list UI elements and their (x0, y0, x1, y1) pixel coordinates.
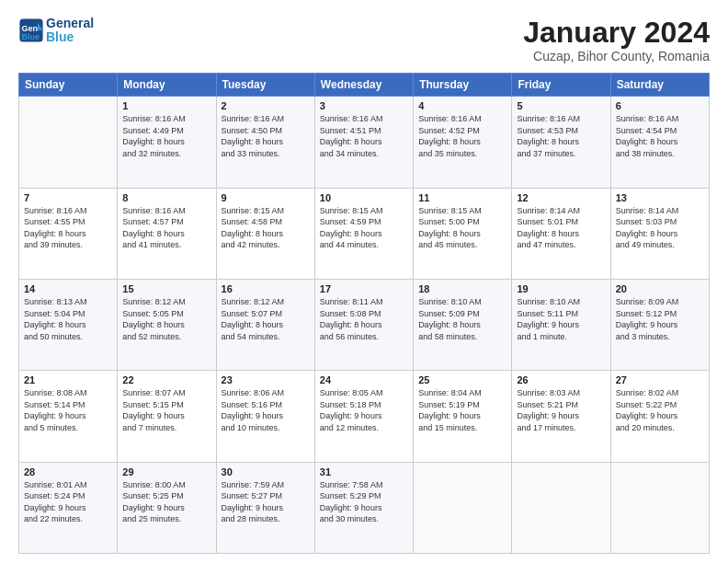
logo-text: General Blue (46, 17, 94, 45)
calendar-cell: 15Sunrise: 8:12 AM Sunset: 5:05 PM Dayli… (118, 279, 216, 370)
day-info: Sunrise: 8:14 AM Sunset: 5:03 PM Dayligh… (616, 205, 704, 251)
day-info: Sunrise: 8:16 AM Sunset: 4:54 PM Dayligh… (616, 113, 704, 159)
day-info: Sunrise: 8:08 AM Sunset: 5:14 PM Dayligh… (24, 387, 112, 433)
calendar-cell: 23Sunrise: 8:06 AM Sunset: 5:16 PM Dayli… (216, 371, 314, 462)
calendar-cell (512, 462, 610, 553)
calendar-cell: 27Sunrise: 8:02 AM Sunset: 5:22 PM Dayli… (610, 371, 709, 462)
calendar-cell: 20Sunrise: 8:09 AM Sunset: 5:12 PM Dayli… (610, 279, 709, 370)
day-number: 23 (222, 374, 310, 385)
calendar-cell: 30Sunrise: 7:59 AM Sunset: 5:27 PM Dayli… (216, 462, 314, 553)
day-info: Sunrise: 8:05 AM Sunset: 5:18 PM Dayligh… (320, 387, 408, 433)
day-number: 8 (122, 192, 210, 203)
day-number: 24 (320, 374, 408, 385)
day-number: 11 (418, 192, 506, 203)
day-info: Sunrise: 8:02 AM Sunset: 5:22 PM Dayligh… (616, 387, 704, 433)
calendar-cell: 3Sunrise: 8:16 AM Sunset: 4:51 PM Daylig… (314, 97, 413, 188)
calendar-cell: 6Sunrise: 8:16 AM Sunset: 4:54 PM Daylig… (610, 97, 709, 188)
day-info: Sunrise: 8:15 AM Sunset: 4:59 PM Dayligh… (320, 205, 408, 251)
day-number: 30 (222, 466, 310, 477)
title-block: January 2024 Cuzap, Bihor County, Romani… (523, 17, 710, 63)
day-number: 21 (24, 374, 112, 385)
calendar-cell: 9Sunrise: 8:15 AM Sunset: 4:58 PM Daylig… (216, 188, 314, 279)
calendar-cell: 25Sunrise: 8:04 AM Sunset: 5:19 PM Dayli… (414, 371, 512, 462)
calendar-cell (610, 462, 709, 553)
calendar-cell: 7Sunrise: 8:16 AM Sunset: 4:55 PM Daylig… (19, 188, 118, 279)
calendar-cell: 4Sunrise: 8:16 AM Sunset: 4:52 PM Daylig… (414, 97, 512, 188)
calendar-cell: 10Sunrise: 8:15 AM Sunset: 4:59 PM Dayli… (314, 188, 413, 279)
day-number: 1 (122, 100, 210, 111)
day-info: Sunrise: 8:16 AM Sunset: 4:52 PM Dayligh… (418, 113, 506, 159)
day-info: Sunrise: 8:00 AM Sunset: 5:25 PM Dayligh… (122, 479, 210, 525)
calendar-cell: 12Sunrise: 8:14 AM Sunset: 5:01 PM Dayli… (512, 188, 610, 279)
day-info: Sunrise: 8:07 AM Sunset: 5:15 PM Dayligh… (122, 387, 210, 433)
calendar-cell: 28Sunrise: 8:01 AM Sunset: 5:24 PM Dayli… (19, 462, 118, 553)
day-info: Sunrise: 8:04 AM Sunset: 5:19 PM Dayligh… (418, 387, 506, 433)
logo: Gen Blue General Blue (18, 17, 94, 45)
day-info: Sunrise: 8:10 AM Sunset: 5:11 PM Dayligh… (517, 296, 605, 342)
calendar-header-saturday: Saturday (610, 74, 709, 97)
day-info: Sunrise: 7:59 AM Sunset: 5:27 PM Dayligh… (222, 479, 310, 525)
page: Gen Blue General Blue January 2024 Cuzap… (0, 0, 728, 563)
calendar-header-sunday: Sunday (19, 74, 118, 97)
calendar-cell: 14Sunrise: 8:13 AM Sunset: 5:04 PM Dayli… (19, 279, 118, 370)
calendar-header-tuesday: Tuesday (216, 74, 314, 97)
day-info: Sunrise: 8:13 AM Sunset: 5:04 PM Dayligh… (24, 296, 112, 342)
day-info: Sunrise: 8:09 AM Sunset: 5:12 PM Dayligh… (616, 296, 704, 342)
calendar-cell: 1Sunrise: 8:16 AM Sunset: 4:49 PM Daylig… (118, 97, 216, 188)
calendar-cell: 29Sunrise: 8:00 AM Sunset: 5:25 PM Dayli… (118, 462, 216, 553)
day-number: 2 (222, 100, 310, 111)
day-info: Sunrise: 7:58 AM Sunset: 5:29 PM Dayligh… (320, 479, 408, 525)
calendar-cell: 21Sunrise: 8:08 AM Sunset: 5:14 PM Dayli… (19, 371, 118, 462)
day-info: Sunrise: 8:10 AM Sunset: 5:09 PM Dayligh… (418, 296, 506, 342)
day-number: 29 (122, 466, 210, 477)
day-number: 13 (616, 192, 704, 203)
day-info: Sunrise: 8:16 AM Sunset: 4:50 PM Dayligh… (222, 113, 310, 159)
main-title: January 2024 (523, 17, 710, 49)
day-number: 5 (517, 100, 605, 111)
day-info: Sunrise: 8:16 AM Sunset: 4:49 PM Dayligh… (122, 113, 210, 159)
calendar-cell: 31Sunrise: 7:58 AM Sunset: 5:29 PM Dayli… (314, 462, 413, 553)
calendar-week-4: 21Sunrise: 8:08 AM Sunset: 5:14 PM Dayli… (19, 371, 710, 462)
day-info: Sunrise: 8:06 AM Sunset: 5:16 PM Dayligh… (222, 387, 310, 433)
calendar-header-row: SundayMondayTuesdayWednesdayThursdayFrid… (19, 74, 710, 97)
calendar-cell: 16Sunrise: 8:12 AM Sunset: 5:07 PM Dayli… (216, 279, 314, 370)
day-number: 7 (24, 192, 112, 203)
logo-line1: General (46, 17, 94, 30)
day-number: 17 (320, 283, 408, 294)
day-info: Sunrise: 8:16 AM Sunset: 4:51 PM Dayligh… (320, 113, 408, 159)
day-number: 15 (122, 283, 210, 294)
calendar-cell: 22Sunrise: 8:07 AM Sunset: 5:15 PM Dayli… (118, 371, 216, 462)
day-info: Sunrise: 8:12 AM Sunset: 5:07 PM Dayligh… (222, 296, 310, 342)
subtitle: Cuzap, Bihor County, Romania (523, 49, 710, 63)
calendar-cell: 5Sunrise: 8:16 AM Sunset: 4:53 PM Daylig… (512, 97, 610, 188)
calendar-header-thursday: Thursday (414, 74, 512, 97)
day-number: 9 (222, 192, 310, 203)
day-info: Sunrise: 8:14 AM Sunset: 5:01 PM Dayligh… (517, 205, 605, 251)
day-number: 22 (122, 374, 210, 385)
calendar-cell: 19Sunrise: 8:10 AM Sunset: 5:11 PM Dayli… (512, 279, 610, 370)
calendar-week-5: 28Sunrise: 8:01 AM Sunset: 5:24 PM Dayli… (19, 462, 710, 553)
day-number: 18 (418, 283, 506, 294)
calendar-cell: 26Sunrise: 8:03 AM Sunset: 5:21 PM Dayli… (512, 371, 610, 462)
day-number: 27 (616, 374, 704, 385)
logo-line2: Blue (46, 30, 94, 44)
day-info: Sunrise: 8:16 AM Sunset: 4:53 PM Dayligh… (517, 113, 605, 159)
day-number: 16 (222, 283, 310, 294)
calendar-cell: 8Sunrise: 8:16 AM Sunset: 4:57 PM Daylig… (118, 188, 216, 279)
day-number: 28 (24, 466, 112, 477)
day-number: 25 (418, 374, 506, 385)
calendar-cell: 11Sunrise: 8:15 AM Sunset: 5:00 PM Dayli… (414, 188, 512, 279)
day-number: 26 (517, 374, 605, 385)
day-info: Sunrise: 8:01 AM Sunset: 5:24 PM Dayligh… (24, 479, 112, 525)
day-info: Sunrise: 8:16 AM Sunset: 4:57 PM Dayligh… (122, 205, 210, 251)
day-info: Sunrise: 8:16 AM Sunset: 4:55 PM Dayligh… (24, 205, 112, 251)
calendar-header-friday: Friday (512, 74, 610, 97)
calendar-cell: 17Sunrise: 8:11 AM Sunset: 5:08 PM Dayli… (314, 279, 413, 370)
day-info: Sunrise: 8:15 AM Sunset: 4:58 PM Dayligh… (222, 205, 310, 251)
day-number: 6 (616, 100, 704, 111)
day-number: 12 (517, 192, 605, 203)
calendar-cell: 13Sunrise: 8:14 AM Sunset: 5:03 PM Dayli… (610, 188, 709, 279)
calendar-cell: 18Sunrise: 8:10 AM Sunset: 5:09 PM Dayli… (414, 279, 512, 370)
day-number: 19 (517, 283, 605, 294)
calendar-cell (19, 97, 118, 188)
